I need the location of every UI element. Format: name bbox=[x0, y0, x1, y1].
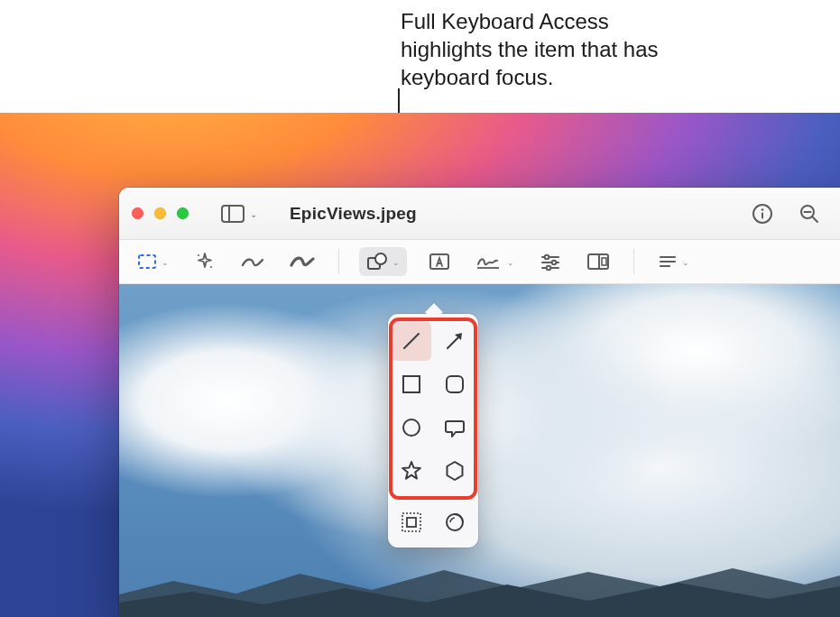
popover-divider bbox=[395, 498, 471, 499]
signature-icon bbox=[475, 252, 503, 272]
loupe-icon bbox=[443, 511, 466, 534]
mask-rect-icon bbox=[400, 511, 423, 534]
svg-point-3 bbox=[762, 208, 764, 211]
shape-line[interactable] bbox=[392, 321, 431, 361]
info-icon bbox=[752, 203, 773, 225]
zoom-out-button[interactable] bbox=[791, 196, 827, 232]
zoom-window-button[interactable] bbox=[177, 207, 189, 219]
svg-rect-30 bbox=[447, 376, 463, 392]
preview-window: ⌄ EpicViews.jpeg ⌄ bbox=[119, 188, 840, 617]
sparkle-icon bbox=[194, 251, 216, 272]
selection-tool[interactable]: ⌄ bbox=[134, 247, 172, 276]
square-icon bbox=[400, 373, 423, 396]
shape-rounded-rectangle[interactable] bbox=[435, 364, 475, 404]
lines-icon bbox=[658, 253, 678, 271]
shape-style-row bbox=[388, 506, 478, 539]
svg-rect-0 bbox=[222, 206, 244, 222]
signature-tool[interactable]: ⌄ bbox=[472, 247, 518, 276]
shape-arrow[interactable] bbox=[435, 321, 475, 361]
adjust-color-tool[interactable] bbox=[536, 247, 565, 276]
svg-rect-4 bbox=[762, 212, 763, 218]
shape-hexagon[interactable] bbox=[435, 451, 475, 491]
adjust-size-tool[interactable] bbox=[583, 247, 614, 276]
svg-rect-8 bbox=[139, 255, 155, 268]
svg-line-27 bbox=[404, 334, 419, 348]
hexagon-icon bbox=[443, 459, 466, 483]
svg-point-18 bbox=[545, 255, 549, 260]
chevron-down-icon: ⌄ bbox=[162, 258, 169, 267]
svg-line-6 bbox=[812, 216, 817, 222]
shape-star[interactable] bbox=[392, 451, 431, 491]
info-button[interactable] bbox=[744, 196, 780, 232]
instant-alpha-tool[interactable] bbox=[190, 247, 219, 276]
window-title: EpicViews.jpeg bbox=[290, 204, 417, 224]
sketch-icon bbox=[241, 253, 264, 271]
loupe-style[interactable] bbox=[438, 506, 471, 539]
shapes-tool[interactable]: ⌄ bbox=[359, 247, 407, 276]
svg-point-9 bbox=[198, 254, 199, 256]
svg-point-12 bbox=[375, 253, 386, 264]
svg-point-20 bbox=[547, 266, 551, 271]
image-mountains bbox=[119, 563, 840, 617]
crop-icon bbox=[586, 252, 610, 272]
text-box-icon bbox=[429, 252, 450, 272]
shape-speech-bubble[interactable] bbox=[435, 408, 475, 447]
chevron-down-icon: ⌄ bbox=[392, 258, 400, 267]
image-canvas[interactable] bbox=[119, 284, 840, 617]
speech-bubble-icon bbox=[443, 416, 466, 439]
minimize-window-button[interactable] bbox=[154, 207, 166, 219]
shape-oval[interactable] bbox=[392, 408, 431, 447]
titlebar: ⌄ EpicViews.jpeg bbox=[119, 188, 840, 240]
star-icon bbox=[400, 459, 423, 483]
svg-rect-23 bbox=[602, 258, 606, 265]
sliders-icon bbox=[540, 252, 561, 272]
svg-point-19 bbox=[552, 261, 557, 265]
sketch-tool[interactable] bbox=[237, 247, 268, 276]
line-icon bbox=[400, 329, 423, 353]
shape-rectangle[interactable] bbox=[392, 364, 431, 404]
sidebar-toggle[interactable]: ⌄ bbox=[221, 205, 257, 223]
chevron-down-icon: ⌄ bbox=[507, 258, 514, 267]
svg-rect-32 bbox=[402, 513, 420, 531]
description-tool[interactable]: ⌄ bbox=[654, 247, 693, 276]
svg-rect-29 bbox=[403, 376, 420, 392]
chevron-down-icon: ⌄ bbox=[682, 258, 689, 267]
shapes-grid bbox=[388, 314, 478, 496]
svg-point-31 bbox=[403, 419, 420, 436]
circle-icon bbox=[400, 416, 423, 439]
draw-icon bbox=[290, 253, 315, 271]
svg-rect-33 bbox=[407, 518, 416, 527]
svg-point-10 bbox=[210, 266, 212, 268]
highlight-style[interactable] bbox=[395, 506, 428, 539]
text-tool[interactable] bbox=[425, 247, 454, 276]
selection-rect-icon bbox=[137, 252, 157, 272]
chevron-down-icon: ⌄ bbox=[250, 209, 257, 219]
zoom-out-icon bbox=[798, 203, 820, 225]
sidebar-icon bbox=[221, 205, 245, 223]
rounded-square-icon bbox=[443, 373, 466, 396]
shapes-icon bbox=[366, 252, 388, 272]
markup-toolbar: ⌄ ⌄ bbox=[119, 240, 840, 284]
callout-text: Full Keyboard Access highlights the item… bbox=[401, 7, 689, 92]
draw-tool[interactable] bbox=[286, 247, 318, 276]
toolbar-separator bbox=[338, 249, 339, 274]
close-window-button[interactable] bbox=[132, 207, 143, 219]
shapes-popover bbox=[388, 314, 478, 548]
arrow-icon bbox=[443, 329, 466, 353]
toolbar-separator bbox=[633, 249, 634, 274]
